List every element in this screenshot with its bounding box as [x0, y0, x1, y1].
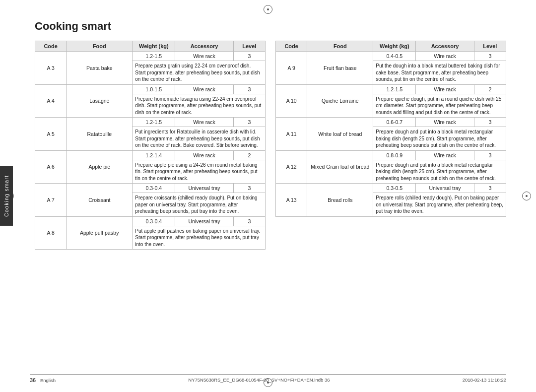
cell-food: Quiche Lorraine	[307, 84, 373, 118]
cell-weight: 1.0-1.5	[133, 84, 175, 94]
cell-level: 2	[233, 150, 265, 160]
cell-food: Fruit flan base	[307, 52, 373, 85]
cell-code: A 10	[276, 84, 307, 118]
footer-date-info: 2018-02-13 11:18:22	[463, 377, 506, 383]
table-row: A 6Apple pie1.2-1.4Wire rack2	[35, 150, 266, 160]
cell-accessory: Wire rack	[175, 52, 233, 61]
cell-desc: Put apple puff pastries on baking paper …	[133, 226, 266, 250]
cell-accessory: Universal tray	[416, 184, 474, 193]
table-row: A 8Apple puff pastry0.3-0.4Universal tra…	[35, 216, 266, 226]
right-table-section: Code Food Weight (kg) Accessory Level A …	[275, 41, 506, 250]
cell-level: 2	[474, 84, 506, 94]
right-table-header-row: Code Food Weight (kg) Accessory Level	[276, 41, 506, 52]
cell-accessory: Wire rack	[175, 150, 233, 160]
table-row: A 3Pasta bake1.2-1.5Wire rack3	[35, 52, 266, 61]
left-table-section: Code Food Weight (kg) Accessory Level A …	[35, 41, 266, 250]
left-table-header-row: Code Food Weight (kg) Accessory Level	[35, 41, 266, 52]
cell-code: A 13	[276, 184, 307, 217]
cell-level: 3	[233, 52, 265, 61]
cell-accessory: Wire rack	[416, 118, 474, 127]
cell-weight: 0.3-0.4	[133, 216, 175, 226]
cell-food: Croissant	[67, 184, 133, 217]
cell-accessory: Wire rack	[175, 118, 233, 127]
cell-desc: Prepare apple pie using a 24-26 cm round…	[133, 160, 266, 184]
cell-code: A 3	[35, 52, 67, 85]
table-row: A 12Mixed Grain loaf of bread0.8-0.9Wire…	[276, 150, 506, 160]
table-row: A 10Quiche Lorraine1.2-1.5Wire rack2	[276, 84, 506, 94]
cell-food: Mixed Grain loaf of bread	[307, 150, 373, 184]
cell-code: A 9	[276, 52, 307, 85]
cell-level: 3	[233, 118, 265, 127]
cell-code: A 11	[276, 118, 307, 151]
cell-desc: Prepare homemade lasagna using 22-24 cm …	[133, 94, 266, 118]
table-row: A 4Lasagne1.0-1.5Wire rack3	[35, 84, 266, 94]
left-col-code: Code	[35, 41, 67, 52]
right-table: Code Food Weight (kg) Accessory Level A …	[275, 41, 506, 217]
left-col-weight: Weight (kg)	[133, 41, 175, 52]
cell-food: White loaf of bread	[307, 118, 373, 151]
target-icon-right	[522, 192, 531, 200]
cell-code: A 4	[35, 84, 67, 118]
cell-desc: Put the dough into a black metal buttere…	[373, 61, 506, 85]
cell-code: A 6	[35, 150, 67, 184]
cell-accessory: Universal tray	[175, 216, 233, 226]
cell-level: 3	[233, 216, 265, 226]
footer: 36 English NY75N5638RS_EE_DG68-01054F-08…	[30, 374, 506, 383]
cell-desc: Prepare dough and put into a black metal…	[373, 127, 506, 151]
page-title: Cooking smart	[35, 20, 506, 33]
cell-desc: Prepare quiche dough, put in a round qui…	[373, 94, 506, 118]
right-col-code: Code	[276, 41, 307, 52]
cell-weight: 1.2-1.4	[133, 150, 175, 160]
left-table: Code Food Weight (kg) Accessory Level A …	[35, 41, 266, 250]
right-col-accessory: Accessory	[416, 41, 474, 52]
cell-level: 3	[474, 150, 506, 160]
cell-desc: Put ingredients for Ratatouille in casse…	[133, 127, 266, 151]
cell-weight: 0.3-0.4	[133, 184, 175, 193]
left-col-accessory: Accessory	[175, 41, 233, 52]
footer-language: English	[40, 378, 56, 383]
left-col-level: Level	[233, 41, 265, 52]
footer-page: 36 English	[30, 377, 56, 383]
cell-accessory: Universal tray	[175, 184, 233, 193]
cell-food: Pasta bake	[67, 52, 133, 85]
cell-level: 3	[474, 52, 506, 61]
cell-food: Apple puff pastry	[67, 216, 133, 250]
cell-weight: 1.2-1.5	[133, 118, 175, 127]
cell-desc: Prepare dough and put into a black metal…	[373, 160, 506, 184]
cell-desc: Prepare pasta gratin using 22-24 cm oven…	[133, 61, 266, 85]
cell-food: Bread rolls	[307, 184, 373, 217]
cell-accessory: Wire rack	[416, 52, 474, 61]
cell-level: 3	[233, 184, 265, 193]
cell-level: 3	[474, 184, 506, 193]
cell-food: Ratatouille	[67, 118, 133, 151]
cell-code: A 7	[35, 184, 67, 217]
left-col-food: Food	[67, 41, 133, 52]
cell-weight: 0.6-0.7	[373, 118, 416, 127]
cell-food: Apple pie	[67, 150, 133, 184]
cell-level: 3	[233, 84, 265, 94]
cell-accessory: Wire rack	[175, 84, 233, 94]
cell-accessory: Wire rack	[416, 150, 474, 160]
cell-weight: 1.2-1.5	[373, 84, 416, 94]
side-tab: Cooking smart	[0, 166, 13, 226]
right-col-food: Food	[307, 41, 373, 52]
right-col-weight: Weight (kg)	[373, 41, 416, 52]
page: Cooking smart Cooking smart Code Food We…	[0, 0, 536, 392]
cell-food: Lasagne	[67, 84, 133, 118]
footer-file-info: NY75N5638RS_EE_DG68-01054F-08_SV+NO+FI+D…	[188, 377, 330, 383]
right-col-level: Level	[474, 41, 506, 52]
cell-accessory: Wire rack	[416, 84, 474, 94]
cell-desc: Prepare rolls (chilled ready dough). Put…	[373, 193, 506, 217]
table-row: A 9Fruit flan base0.4-0.5Wire rack3	[276, 52, 506, 61]
page-number: 36	[30, 377, 36, 383]
table-row: A 11White loaf of bread0.6-0.7Wire rack3	[276, 118, 506, 127]
cell-weight: 1.2-1.5	[133, 52, 175, 61]
cell-level: 3	[474, 118, 506, 127]
cell-code: A 8	[35, 216, 67, 250]
cell-weight: 0.8-0.9	[373, 150, 416, 160]
tables-wrapper: Code Food Weight (kg) Accessory Level A …	[35, 41, 506, 250]
target-icon-top	[264, 5, 272, 14]
table-row: A 7Croissant0.3-0.4Universal tray3	[35, 184, 266, 193]
cell-desc: Prepare croissants (chilled ready dough)…	[133, 193, 266, 217]
cell-code: A 12	[276, 150, 307, 184]
